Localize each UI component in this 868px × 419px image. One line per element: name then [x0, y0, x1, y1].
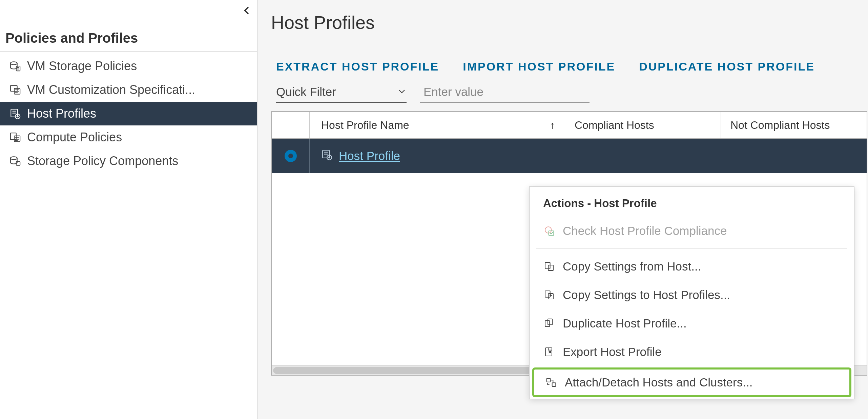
customization-spec-icon — [9, 83, 22, 96]
sidebar-list: VM Storage Policies VM Customization Spe… — [0, 54, 257, 173]
sidebar-item-compute-policies[interactable]: Compute Policies — [0, 125, 257, 149]
menu-attach-detach-hosts[interactable]: Attach/Detach Hosts and Clusters... — [532, 367, 851, 397]
col-compliant-label: Compliant Hosts — [575, 119, 654, 132]
context-separator — [536, 248, 847, 249]
copy-to-profiles-icon — [543, 289, 555, 301]
attach-detach-icon — [545, 376, 557, 388]
svg-rect-19 — [548, 319, 552, 325]
extract-host-profile-button[interactable]: EXTRACT HOST PROFILE — [276, 60, 439, 73]
sidebar-item-label: Compute Policies — [27, 130, 122, 144]
action-bar: EXTRACT HOST PROFILE IMPORT HOST PROFILE… — [271, 60, 868, 73]
filter-row: Quick Filter — [271, 85, 868, 103]
duplicate-profile-icon — [543, 317, 555, 330]
host-profile-link[interactable]: Host Profile — [339, 149, 400, 163]
svg-rect-20 — [545, 348, 552, 356]
sidebar-item-label: Storage Policy Components — [27, 154, 178, 168]
row-name-cell: Host Profile — [310, 149, 400, 163]
col-name-label: Host Profile Name — [321, 119, 409, 132]
sidebar-item-host-profiles[interactable]: Host Profiles — [0, 102, 257, 125]
chevron-down-icon — [397, 85, 407, 99]
export-profile-icon — [543, 346, 555, 358]
col-host-profile-name[interactable]: Host Profile Name ↑ — [310, 112, 565, 138]
copy-from-host-icon — [543, 260, 555, 273]
context-menu: Actions - Host Profile Check Host Profil… — [529, 186, 854, 399]
storage-policy-icon — [9, 60, 22, 73]
sidebar-item-label: VM Storage Policies — [27, 59, 137, 73]
menu-check-compliance: Check Host Profile Compliance — [530, 217, 854, 245]
host-profile-icon — [321, 149, 333, 163]
menu-export-profile[interactable]: Export Host Profile — [530, 338, 854, 366]
menu-label: Copy Settings to Host Profiles... — [563, 288, 730, 302]
col-not-compliant-hosts[interactable]: Not Compliant Hosts — [721, 112, 867, 138]
quick-filter-dropdown[interactable]: Quick Filter — [276, 85, 407, 103]
context-menu-title: Actions - Host Profile — [530, 187, 854, 217]
menu-label: Check Host Profile Compliance — [563, 224, 727, 238]
svg-rect-22 — [552, 383, 556, 386]
sidebar-item-label: VM Customization Specificati... — [27, 83, 195, 97]
compliance-check-icon — [543, 225, 555, 237]
table-header: Host Profile Name ↑ Compliant Hosts Not … — [272, 112, 867, 139]
col-notcompliant-label: Not Compliant Hosts — [730, 119, 830, 132]
sort-ascending-icon: ↑ — [550, 119, 555, 132]
menu-label: Copy Settings from Host... — [563, 260, 701, 273]
svg-rect-16 — [545, 291, 550, 297]
collapse-sidebar-icon[interactable] — [242, 3, 252, 19]
col-select — [272, 112, 310, 138]
menu-copy-to-profiles[interactable]: Copy Settings to Host Profiles... — [530, 281, 854, 309]
sidebar-item-storage-policy-components[interactable]: Storage Policy Components — [0, 149, 257, 173]
storage-components-icon — [9, 155, 22, 167]
quick-filter-label: Quick Filter — [276, 85, 336, 99]
import-host-profile-button[interactable]: IMPORT HOST PROFILE — [463, 60, 615, 73]
svg-rect-14 — [545, 262, 550, 269]
main-content: Host Profiles EXTRACT HOST PROFILE IMPOR… — [257, 0, 868, 419]
row-radio[interactable] — [272, 139, 310, 173]
sidebar-item-vm-storage-policies[interactable]: VM Storage Policies — [0, 54, 257, 78]
compute-policies-icon — [9, 131, 22, 144]
sidebar-item-label: Host Profiles — [27, 106, 96, 121]
sidebar: Policies and Profiles VM Storage Policie… — [0, 0, 257, 419]
menu-duplicate-profile[interactable]: Duplicate Host Profile... — [530, 309, 854, 338]
svg-rect-21 — [547, 378, 551, 382]
filter-input[interactable] — [420, 85, 590, 103]
svg-point-8 — [11, 157, 17, 160]
menu-label: Attach/Detach Hosts and Clusters... — [565, 376, 752, 389]
col-compliant-hosts[interactable]: Compliant Hosts — [565, 112, 721, 138]
radio-selected-icon — [285, 150, 297, 162]
svg-point-0 — [11, 62, 17, 65]
page-title: Host Profiles — [271, 12, 868, 33]
menu-label: Duplicate Host Profile... — [563, 317, 687, 330]
sidebar-item-vm-customization[interactable]: VM Customization Specificati... — [0, 78, 257, 102]
table-row[interactable]: Host Profile — [272, 139, 867, 173]
svg-rect-18 — [545, 321, 550, 326]
host-profiles-icon — [9, 107, 22, 120]
svg-rect-6 — [11, 133, 16, 140]
menu-label: Export Host Profile — [563, 345, 662, 359]
menu-copy-from-host[interactable]: Copy Settings from Host... — [530, 252, 854, 281]
svg-point-12 — [545, 227, 552, 233]
duplicate-host-profile-button[interactable]: DUPLICATE HOST PROFILE — [639, 60, 815, 73]
svg-rect-15 — [548, 265, 553, 271]
sidebar-title: Policies and Profiles — [0, 0, 257, 52]
